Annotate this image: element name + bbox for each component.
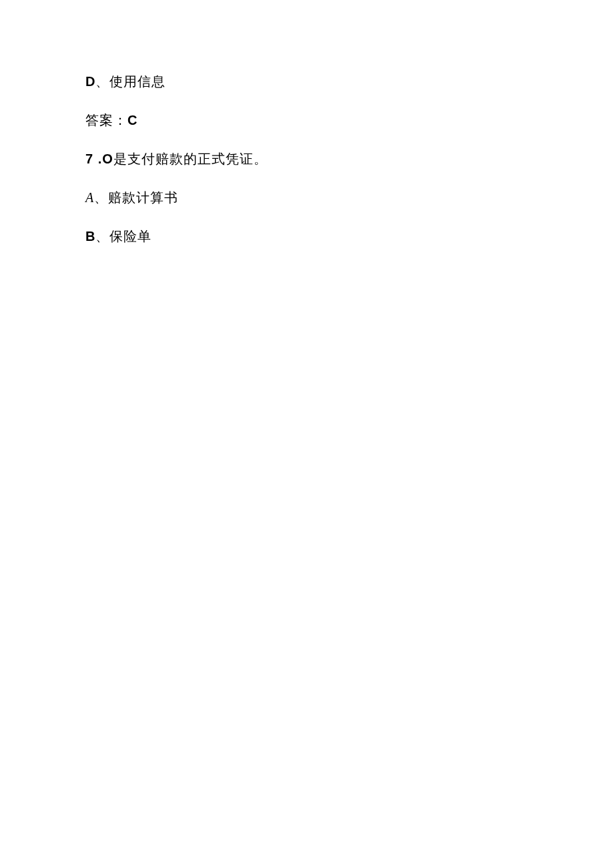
option-letter: D (85, 74, 95, 89)
q6-answer: 答案：C (85, 111, 529, 129)
q7-option-b: B、保险单 (85, 227, 529, 246)
option-text: 保险单 (109, 229, 151, 244)
q7-option-a: A、赔款计算书 (85, 188, 529, 207)
option-text: 使用信息 (109, 74, 166, 89)
option-separator: 、 (95, 229, 109, 244)
question-dot: . (93, 151, 102, 166)
q6-option-d: D、使用信息 (85, 72, 529, 91)
answer-value: C (127, 113, 137, 127)
question-number: 7 (85, 151, 93, 166)
document-page: D、使用信息 答案：C 7 .O是支付赔款的正式凭证。 A、赔款计算书 B、保险… (0, 0, 614, 868)
answer-label: 答案： (85, 113, 127, 127)
question-blank: O (102, 151, 113, 166)
option-letter: B (85, 229, 95, 244)
q7-stem: 7 .O是支付赔款的正式凭证。 (85, 149, 529, 168)
option-letter: A (85, 190, 94, 205)
option-text: 赔款计算书 (108, 190, 178, 205)
question-text: 是支付赔款的正式凭证。 (113, 151, 268, 166)
option-separator: 、 (95, 74, 109, 89)
option-separator: 、 (94, 190, 108, 205)
